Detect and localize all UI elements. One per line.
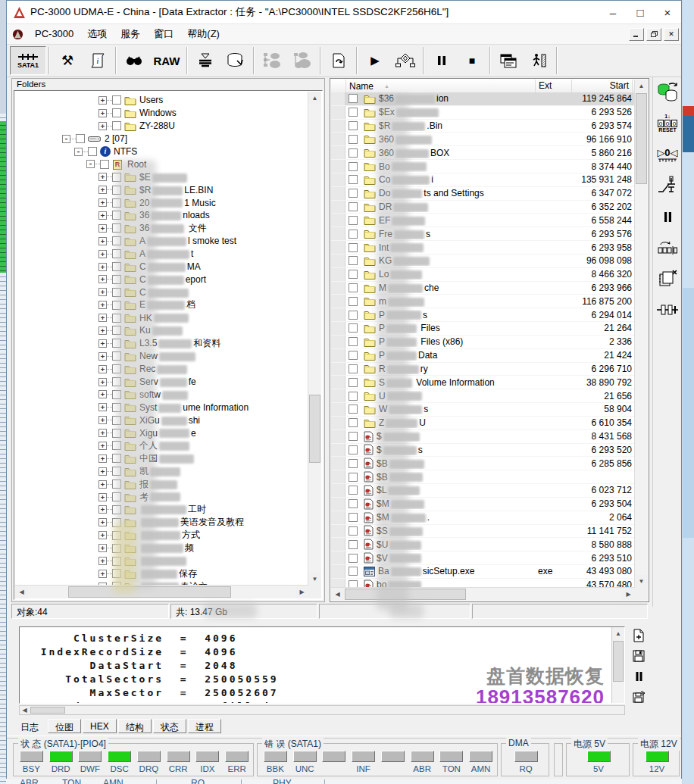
file-checkbox[interactable]: [349, 216, 358, 225]
file-checkbox[interactable]: [349, 337, 358, 346]
log-horizontal-scrollbar[interactable]: ◀: [19, 705, 625, 715]
map-build-button[interactable]: [257, 47, 287, 74]
tree-item[interactable]: +L3.5和资料: [15, 337, 308, 350]
start-column-header[interactable]: Start: [572, 80, 633, 92]
tree-item[interactable]: +softw: [15, 388, 308, 401]
file-row[interactable]: $M6 293 504: [331, 498, 635, 511]
file-row[interactable]: P Files (x86)2 336: [331, 336, 635, 349]
files-vertical-scrollbar[interactable]: ▲ ▼: [634, 80, 648, 588]
tree-checkbox[interactable]: [112, 557, 121, 566]
file-checkbox[interactable]: [349, 554, 358, 563]
tree-checkbox[interactable]: [112, 479, 121, 489]
tab-HEX[interactable]: HEX: [83, 719, 117, 733]
scroll-right-arrow[interactable]: ▶: [295, 586, 308, 598]
tree-checkbox[interactable]: [112, 262, 121, 271]
scroll-thumb[interactable]: [613, 641, 624, 682]
tree-item[interactable]: +201 Music: [15, 196, 308, 209]
tree-checkbox[interactable]: [112, 275, 121, 284]
scroll-thumb[interactable]: [345, 589, 466, 600]
tab-状态[interactable]: 状态: [153, 719, 186, 733]
expand-toggle[interactable]: -: [74, 148, 83, 156]
scroll-thumb[interactable]: [68, 586, 231, 598]
file-checkbox[interactable]: [349, 499, 358, 508]
tree-checkbox[interactable]: [112, 454, 121, 463]
menu-item-4[interactable]: 帮助(Z): [180, 26, 227, 42]
file-row[interactable]: Coi135 931 248: [331, 173, 635, 187]
scroll-left-arrow[interactable]: ◀: [15, 586, 28, 598]
file-row[interactable]: $s6 293 520: [331, 444, 635, 458]
expand-toggle[interactable]: +: [98, 122, 107, 130]
file-checkbox[interactable]: [349, 256, 358, 265]
tree-checkbox[interactable]: [112, 211, 121, 220]
file-row[interactable]: Dots and Settings6 347 072: [331, 187, 635, 201]
scroll-left-arrow[interactable]: ◀: [331, 588, 344, 601]
file-checkbox[interactable]: [349, 404, 358, 414]
file-checkbox[interactable]: [349, 486, 358, 495]
file-row[interactable]: Int6 293 958: [331, 241, 635, 255]
search-button[interactable]: [119, 47, 149, 74]
pause-button[interactable]: [427, 47, 457, 74]
tree-checkbox[interactable]: [112, 173, 121, 182]
tree-checkbox[interactable]: [112, 416, 121, 425]
tree-item[interactable]: +考: [15, 491, 308, 504]
tree-item[interactable]: +美语发音及教程: [15, 516, 308, 529]
scroll-down-arrow[interactable]: ▼: [635, 575, 648, 588]
menu-item-2[interactable]: 服务: [114, 26, 147, 42]
file-row[interactable]: KG96 098 098: [331, 255, 635, 268]
file-row[interactable]: 36096 166 910: [331, 133, 635, 146]
file-checkbox[interactable]: [349, 540, 358, 549]
file-checkbox[interactable]: [349, 513, 358, 522]
log-save-button[interactable]: [631, 648, 646, 664]
expand-toggle[interactable]: -: [86, 160, 95, 168]
tree-checkbox[interactable]: [112, 326, 121, 335]
tree-checkbox[interactable]: [112, 441, 121, 450]
file-row[interactable]: $B6 285 856: [331, 457, 635, 470]
tree-checkbox[interactable]: [100, 160, 109, 169]
file-row[interactable]: Bo8 374 440: [331, 160, 635, 173]
tab-进程[interactable]: 进程: [188, 719, 221, 733]
log-pause-button[interactable]: [631, 669, 646, 684]
tree-checkbox[interactable]: [112, 390, 121, 399]
tree-item[interactable]: +HK: [15, 311, 308, 324]
file-row[interactable]: Ps6 294 014: [331, 308, 635, 322]
file-checkbox[interactable]: [349, 418, 358, 427]
file-checkbox[interactable]: [349, 567, 358, 576]
file-row[interactable]: Ws58 904: [331, 403, 635, 417]
file-checkbox[interactable]: [349, 364, 358, 373]
expand-toggle[interactable]: +: [98, 544, 107, 552]
tree-checkbox[interactable]: [112, 288, 121, 297]
tree-item[interactable]: +个人: [15, 439, 308, 452]
file-checkbox[interactable]: [349, 243, 358, 252]
tree-checkbox[interactable]: [112, 301, 121, 310]
mdi-restore-button[interactable]: [646, 28, 661, 41]
expand-toggle[interactable]: +: [98, 442, 107, 450]
scroll-down-arrow[interactable]: ▼: [308, 573, 321, 586]
expand-toggle[interactable]: +: [98, 314, 107, 322]
tree-checkbox[interactable]: [112, 121, 121, 130]
minimize-button[interactable]: –: [599, 2, 627, 23]
power-relay-button[interactable]: [655, 173, 680, 198]
expand-toggle[interactable]: +: [98, 365, 107, 373]
expand-toggle[interactable]: +: [98, 288, 107, 296]
file-row[interactable]: $Ex6 293 526: [331, 106, 635, 120]
tree-checkbox[interactable]: [112, 518, 121, 527]
tree-checkbox[interactable]: [112, 505, 121, 514]
tree-horizontal-scrollbar[interactable]: ◀ ▶: [15, 585, 308, 598]
expand-toggle[interactable]: +: [98, 416, 107, 424]
file-row[interactable]: Fres6 293 576: [331, 227, 635, 241]
file-row[interactable]: $8 431 568: [331, 430, 635, 444]
file-checkbox[interactable]: [349, 473, 358, 482]
tree-item[interactable]: +CMA: [15, 261, 308, 273]
registers-button[interactable]: [655, 236, 680, 260]
file-checkbox[interactable]: [349, 189, 358, 198]
sector-counter-button[interactable]: ▷0◁: [655, 142, 680, 167]
expand-toggle[interactable]: +: [98, 96, 107, 105]
file-row[interactable]: $B: [331, 470, 635, 484]
files-horizontal-scrollbar[interactable]: ◀ ▶: [331, 587, 635, 601]
file-row[interactable]: $M.2 064: [331, 511, 635, 525]
expand-toggle[interactable]: +: [98, 198, 107, 207]
task-info-button[interactable]: i: [83, 47, 113, 74]
tree-checkbox[interactable]: [112, 314, 121, 323]
expand-toggle[interactable]: +: [98, 429, 107, 437]
expand-toggle[interactable]: +: [98, 493, 107, 501]
